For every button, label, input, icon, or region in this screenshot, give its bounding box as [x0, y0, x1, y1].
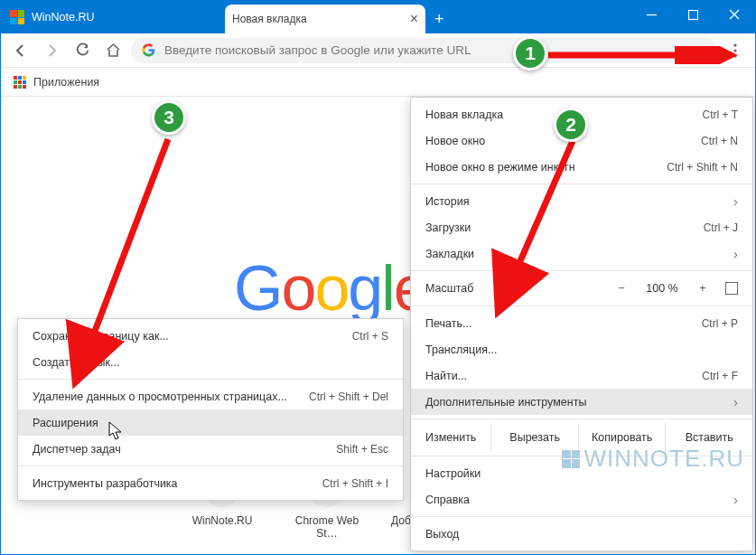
svg-line-8 — [498, 141, 573, 313]
shortcut-label: Chrome Web St… — [285, 514, 369, 540]
browser-window: WinNote.RU Новая вкладка × + Введите пои… — [0, 0, 756, 555]
home-button[interactable] — [100, 38, 126, 63]
annotation-arrow-1 — [546, 46, 745, 64]
apps-icon[interactable] — [14, 76, 26, 89]
menu-more-tools[interactable]: Дополнительные инструменты — [411, 389, 752, 415]
new-tab-button[interactable]: + — [434, 10, 444, 29]
site-favicon — [10, 10, 24, 24]
submenu-task-manager[interactable]: Диспетчер задачShift + Esc — [18, 436, 403, 462]
close-tab-icon[interactable]: × — [410, 11, 418, 27]
tab-winnote[interactable]: WinNote.RU — [32, 1, 94, 33]
watermark: WINNOTE.RU — [562, 445, 744, 473]
close-button[interactable] — [714, 1, 755, 28]
maximize-button[interactable] — [672, 1, 714, 28]
address-placeholder: Введите поисковый запрос в Google или ук… — [164, 43, 471, 57]
annotation-badge-1: 1 — [513, 36, 547, 71]
menu-help[interactable]: Справка — [411, 486, 752, 513]
back-button[interactable] — [8, 38, 33, 63]
apps-label[interactable]: Приложения — [33, 76, 99, 89]
fullscreen-icon[interactable] — [725, 282, 738, 295]
bookmarks-bar: Приложения — [1, 68, 755, 97]
submenu-devtools[interactable]: Инструменты разработчикаCtrl + Shift + I — [18, 470, 403, 496]
annotation-badge-3: 3 — [152, 100, 186, 135]
tab-new-label: Новая вкладка — [232, 13, 307, 25]
forward-button[interactable] — [39, 38, 64, 63]
zoom-percent: 100 % — [637, 282, 687, 295]
svg-rect-1 — [688, 10, 697, 19]
menu-cast[interactable]: Трансляция... — [411, 336, 752, 362]
zoom-out-button[interactable]: − — [606, 282, 637, 295]
shortcut-label: WinNote.RU — [180, 514, 265, 527]
title-bar: WinNote.RU Новая вкладка × + — [1, 1, 755, 33]
menu-find[interactable]: Найти...Ctrl + F — [411, 362, 752, 389]
svg-line-9 — [75, 139, 168, 383]
annotation-arrow-2 — [487, 136, 595, 326]
minimize-button[interactable] — [630, 1, 672, 28]
google-icon — [142, 43, 155, 57]
reload-button[interactable] — [70, 38, 95, 63]
annotation-arrow-3 — [64, 135, 182, 397]
zoom-in-button[interactable]: + — [687, 282, 718, 295]
cursor-icon — [108, 421, 125, 441]
tab-new[interactable]: Новая вкладка × — [225, 5, 425, 33]
google-logo: Google — [234, 252, 427, 325]
submenu-extensions[interactable]: Расширения — [18, 409, 403, 436]
menu-exit[interactable]: Выход — [411, 521, 752, 547]
annotation-badge-2: 2 — [554, 108, 588, 142]
